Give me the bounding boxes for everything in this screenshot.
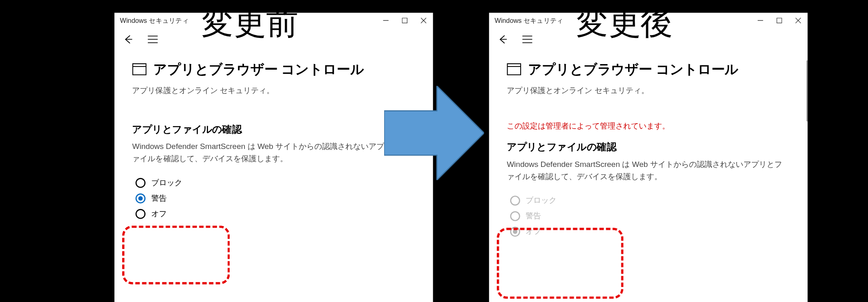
titlebar: Windows セキュリティ (489, 13, 808, 28)
smartscreen-radio-group: ブロック 警告 オフ (132, 175, 415, 222)
hamburger-icon (148, 36, 157, 43)
svg-rect-8 (133, 64, 146, 75)
maximize-button[interactable] (770, 13, 789, 28)
maximize-button[interactable] (395, 13, 414, 28)
close-button[interactable] (789, 13, 808, 28)
close-icon (795, 18, 801, 23)
app-browser-icon (132, 63, 146, 76)
radio-option-block: ブロック (510, 193, 790, 208)
page-subtitle: アプリ保護とオンライン セキュリティ。 (507, 86, 790, 95)
window-title: Windows セキュリティ (120, 16, 189, 25)
page-title: アプリとブラウザー コントロール (528, 60, 739, 78)
maximize-icon (776, 18, 782, 23)
radio-option-warn: 警告 (510, 208, 790, 224)
section-description: Windows Defender SmartScreen は Web サイトから… (507, 158, 790, 183)
radio-label: オフ (151, 209, 167, 219)
titlebar: Windows セキュリティ (114, 13, 433, 28)
back-arrow-icon (498, 34, 508, 44)
minimize-icon (758, 18, 763, 23)
radio-label: 警告 (151, 193, 167, 203)
radio-icon (136, 209, 145, 219)
page-subtitle: アプリ保護とオンライン セキュリティ。 (132, 86, 415, 95)
radio-label: 警告 (526, 211, 541, 221)
radio-option-warn[interactable]: 警告 (136, 191, 415, 206)
radio-label: ブロック (526, 195, 557, 205)
back-button[interactable] (497, 33, 509, 45)
svg-rect-11 (777, 18, 782, 23)
back-button[interactable] (122, 33, 134, 45)
radio-label: ブロック (151, 178, 182, 188)
minimize-button[interactable] (751, 13, 770, 28)
back-arrow-icon (123, 34, 133, 44)
radio-option-off: オフ (510, 224, 790, 239)
svg-rect-1 (402, 18, 407, 23)
transition-arrow-icon (384, 86, 484, 180)
app-browser-icon (507, 63, 521, 76)
radio-icon (510, 211, 520, 221)
radio-option-block[interactable]: ブロック (136, 175, 415, 191)
window-after: Windows セキュリティ (489, 13, 808, 302)
menu-button[interactable] (521, 33, 533, 45)
svg-rect-18 (508, 64, 521, 75)
radio-label: オフ (526, 226, 541, 236)
close-button[interactable] (414, 13, 433, 28)
smartscreen-radio-group: ブロック 警告 オフ (507, 193, 790, 239)
radio-icon (136, 178, 145, 188)
radio-icon (510, 195, 520, 205)
section-title: アプリとファイルの確認 (507, 140, 790, 154)
radio-option-off[interactable]: オフ (136, 206, 415, 222)
annotation-highlight (122, 226, 230, 284)
menu-button[interactable] (147, 33, 159, 45)
minimize-button[interactable] (376, 13, 395, 28)
minimize-icon (383, 18, 389, 23)
window-title: Windows セキュリティ (494, 16, 563, 25)
close-icon (421, 18, 427, 23)
hamburger-icon (522, 36, 532, 43)
section-title: アプリとファイルの確認 (132, 122, 415, 136)
radio-icon (136, 193, 145, 203)
radio-icon (510, 226, 520, 236)
page-title: アプリとブラウザー コントロール (153, 60, 364, 78)
svg-marker-20 (384, 86, 484, 180)
maximize-icon (402, 18, 407, 23)
admin-managed-notice: この設定は管理者によって管理されています。 (507, 121, 790, 131)
section-description: Windows Defender SmartScreen は Web サイトから… (132, 140, 415, 165)
